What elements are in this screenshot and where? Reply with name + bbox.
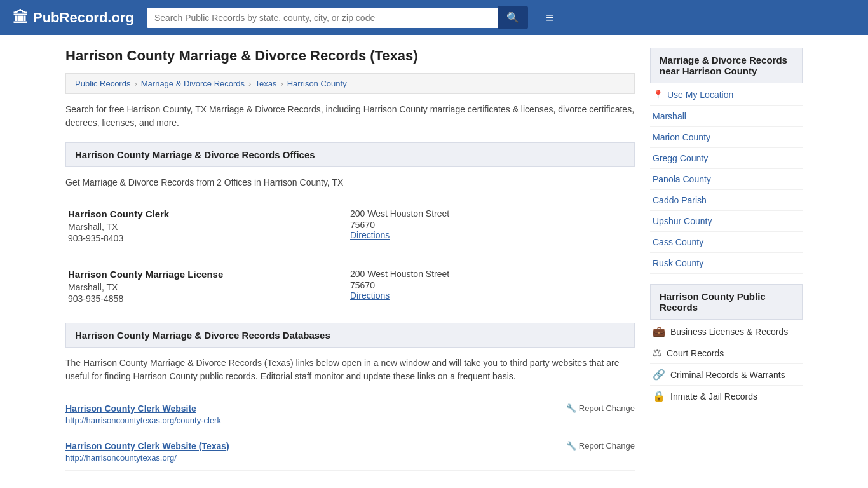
office-city-1: Marshall, TX: [68, 222, 350, 232]
sidebar-pr-inmate[interactable]: 🔒 Inmate & Jail Records: [650, 386, 803, 407]
search-button[interactable]: 🔍: [498, 6, 528, 29]
db-link-url-2[interactable]: http://harrisoncountytexas.org/: [65, 453, 229, 463]
report-change-1[interactable]: 🔧 Report Change: [566, 403, 635, 413]
db-link-title-2[interactable]: Harrison County Clerk Website (Texas): [65, 441, 229, 451]
sidebar-public-records-list: 💼 Business Licenses & Records ⚖ Court Re…: [650, 321, 803, 407]
breadcrumb-public-records[interactable]: Public Records: [75, 79, 130, 88]
report-change-2[interactable]: 🔧 Report Change: [566, 441, 635, 451]
sidebar-nearby-gregg-county[interactable]: Gregg County: [650, 148, 803, 169]
search-bar: 🔍: [147, 6, 528, 29]
db-link-row-2: Harrison County Clerk Website (Texas) ht…: [65, 433, 635, 471]
office-addr-2: 200 West Houston Street: [350, 269, 632, 279]
db-link-row-1: Harrison County Clerk Website http://har…: [65, 396, 635, 433]
databases-section-header: Harrison County Marriage & Divorce Recor…: [65, 323, 635, 348]
databases-description: The Harrison County Marriage & Divorce R…: [65, 356, 635, 383]
breadcrumb-sep-2: ›: [248, 79, 251, 88]
office-right-1: 200 West Houston Street 75670 Directions: [350, 202, 632, 250]
report-change-label-2: Report Change: [579, 441, 635, 451]
search-input[interactable]: [147, 8, 498, 28]
sidebar-nearby-panola-county[interactable]: Panola County: [650, 169, 803, 190]
sidebar-pr-criminal[interactable]: 🔗 Criminal Records & Warrants: [650, 364, 803, 386]
sidebar-pr-court[interactable]: ⚖ Court Records: [650, 342, 803, 364]
office-zip-1: 75670: [350, 220, 632, 230]
office-phone-2: 903-935-4858: [68, 294, 350, 304]
sidebar-nearby-list: 📍 Use My Location Marshall Marion County…: [650, 85, 803, 274]
sidebar-pr-inmate-link[interactable]: Inmate & Jail Records: [670, 391, 757, 402]
briefcase-icon: 💼: [653, 325, 665, 337]
sidebar-pr-criminal-link[interactable]: Criminal Records & Warrants: [670, 370, 785, 380]
sidebar-nearby-rusk-county[interactable]: Rusk County: [650, 253, 803, 274]
logo-icon: 🏛: [13, 9, 28, 27]
breadcrumb-sep-3: ›: [280, 79, 283, 88]
main-content: Harrison County Marriage & Divorce Recor…: [65, 48, 635, 471]
breadcrumb-marriage-divorce[interactable]: Marriage & Divorce Records: [141, 79, 245, 88]
sidebar-pr-business-link[interactable]: Business Licenses & Records: [670, 327, 788, 337]
office-directions-link-2[interactable]: Directions: [350, 290, 390, 301]
office-city-2: Marshall, TX: [68, 282, 350, 292]
office-name-2: Harrison County Marriage License: [68, 269, 350, 280]
lock-icon: 🔒: [653, 390, 665, 402]
offices-subtext: Get Marriage & Divorce Records from 2 Of…: [65, 176, 635, 189]
page-title: Harrison County Marriage & Divorce Recor…: [65, 48, 635, 64]
office-directions-link-1[interactable]: Directions: [350, 230, 390, 240]
db-link-url-1[interactable]: http://harrisoncountytexas.org/county-cl…: [65, 416, 221, 425]
office-entry-1: Harrison County Clerk Marshall, TX 903-9…: [65, 202, 635, 250]
office-name-1: Harrison County Clerk: [68, 208, 350, 219]
handcuffs-icon: 🔗: [653, 369, 665, 381]
sidebar-public-records-heading: Harrison County Public Records: [650, 284, 803, 320]
sidebar-nearby-heading: Marriage & Divorce Records near Harrison…: [650, 48, 803, 83]
office-right-2: 200 West Houston Street 75670 Directions: [350, 262, 632, 310]
office-left-2: Harrison County Marriage License Marshal…: [68, 262, 350, 310]
site-header: 🏛 PubRecord.org 🔍 ≡: [0, 0, 868, 35]
sidebar-nearby-upshur-county[interactable]: Upshur County: [650, 211, 803, 232]
use-location-label: Use My Location: [667, 90, 733, 100]
breadcrumb: Public Records › Marriage & Divorce Reco…: [65, 73, 635, 94]
sidebar-pr-court-link[interactable]: Court Records: [667, 348, 724, 358]
db-link-title-1[interactable]: Harrison County Clerk Website: [65, 403, 221, 414]
sidebar-nearby-caddo-parish[interactable]: Caddo Parish: [650, 190, 803, 211]
offices-section-header: Harrison County Marriage & Divorce Recor…: [65, 142, 635, 167]
sidebar-nearby-marshall[interactable]: Marshall: [650, 106, 803, 127]
db-link-info-2: Harrison County Clerk Website (Texas) ht…: [65, 441, 229, 463]
sidebar-nearby-cass-county[interactable]: Cass County: [650, 232, 803, 253]
logo-text: PubRecord.org: [33, 10, 134, 26]
site-logo[interactable]: 🏛 PubRecord.org: [13, 9, 134, 27]
breadcrumb-harrison-county[interactable]: Harrison County: [287, 79, 347, 88]
scales-icon: ⚖: [653, 347, 661, 359]
hamburger-menu-icon[interactable]: ≡: [546, 10, 554, 26]
report-change-icon-1: 🔧: [566, 403, 576, 413]
sidebar-use-location[interactable]: 📍 Use My Location: [650, 85, 803, 106]
sidebar: Marriage & Divorce Records near Harrison…: [650, 48, 803, 471]
breadcrumb-texas[interactable]: Texas: [255, 79, 276, 88]
report-change-icon-2: 🔧: [566, 441, 576, 451]
office-entry-2: Harrison County Marriage License Marshal…: [65, 262, 635, 310]
office-zip-2: 75670: [350, 280, 632, 290]
breadcrumb-sep-1: ›: [134, 79, 137, 88]
page-wrapper: Harrison County Marriage & Divorce Recor…: [53, 35, 815, 488]
page-description: Search for free Harrison County, TX Marr…: [65, 103, 635, 130]
office-phone-1: 903-935-8403: [68, 233, 350, 243]
sidebar-nearby-marion-county[interactable]: Marion County: [650, 127, 803, 148]
location-pin-icon: 📍: [653, 90, 663, 100]
sidebar-pr-business[interactable]: 💼 Business Licenses & Records: [650, 321, 803, 342]
office-left-1: Harrison County Clerk Marshall, TX 903-9…: [68, 202, 350, 250]
report-change-label-1: Report Change: [579, 403, 635, 413]
db-link-info-1: Harrison County Clerk Website http://har…: [65, 403, 221, 425]
office-addr-1: 200 West Houston Street: [350, 208, 632, 219]
